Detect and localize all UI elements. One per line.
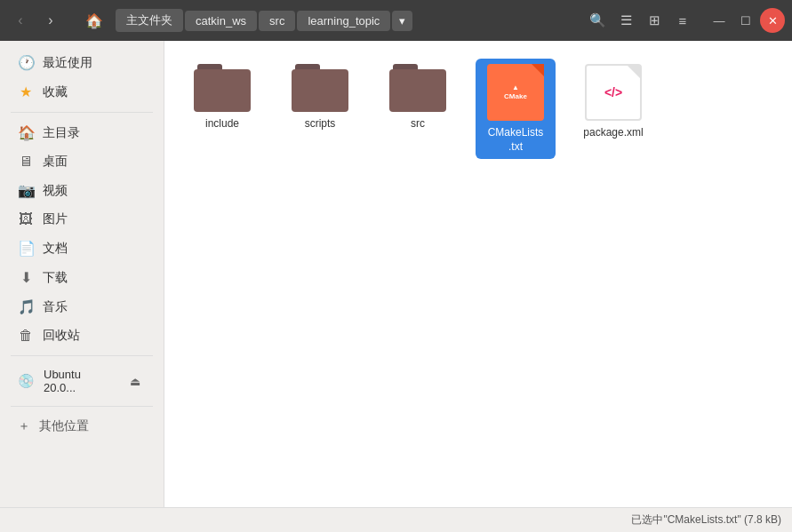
sidebar-add-location[interactable]: ＋ 其他位置: [4, 412, 160, 441]
sidebar-item-documents[interactable]: 📄 文档: [4, 234, 160, 263]
sidebar-item-downloads[interactable]: ⬇ 下载: [4, 263, 160, 292]
titlebar: ‹ › 🏠 主文件夹 catkin_ws src learning_topic …: [0, 0, 792, 41]
maximize-icon: ☐: [740, 14, 751, 28]
sidebar-divider-3: [11, 406, 153, 407]
folder-icon-scripts: [292, 64, 348, 112]
more-options-button[interactable]: ≡: [669, 7, 696, 34]
search-icon: 🔍: [589, 12, 606, 28]
sidebar-item-music[interactable]: 🎵 音乐: [4, 292, 160, 322]
music-icon: 🎵: [18, 298, 34, 315]
file-label-src: src: [411, 117, 425, 131]
list-item[interactable]: include: [182, 59, 262, 159]
nav-back-button[interactable]: ‹: [7, 7, 34, 34]
back-icon: ‹: [18, 12, 22, 28]
folder-icon-include: [194, 64, 251, 112]
sidebar-item-video[interactable]: 📷 视频: [4, 176, 160, 205]
nav-forward-button[interactable]: ›: [37, 7, 64, 34]
sidebar-item-trash[interactable]: 🗑 回收站: [4, 322, 160, 350]
sidebar-label-other: 其他位置: [39, 418, 89, 434]
desktop-icon: 🖥: [18, 154, 34, 170]
search-button[interactable]: 🔍: [584, 7, 611, 34]
sidebar-label-desktop: 桌面: [43, 154, 68, 170]
sidebar-device-ubuntu[interactable]: 💿 Ubuntu 20.0... ⏏: [4, 361, 160, 401]
eject-button[interactable]: ⏏: [124, 370, 146, 392]
sidebar-label-downloads: 下载: [43, 270, 68, 286]
close-icon: ✕: [768, 14, 778, 28]
list-view-icon: ☰: [620, 12, 632, 28]
minimize-icon: —: [714, 14, 725, 28]
list-item[interactable]: src: [378, 59, 458, 159]
sidebar-label-video: 视频: [43, 183, 68, 199]
sidebar: 🕐 最近使用 ★ 收藏 🏠 主目录 🖥 桌面 📷 视频 🖼 图片 📄 文档: [0, 41, 164, 507]
sidebar-label-home: 主目录: [43, 125, 80, 141]
breadcrumb-item-learning[interactable]: learning_topic: [297, 11, 390, 31]
file-area: include scripts src: [164, 41, 792, 507]
forward-icon: ›: [48, 12, 52, 28]
cmake-file-icon: ▲CMake: [487, 64, 544, 121]
grid-view-icon: ⊞: [649, 12, 660, 28]
file-label-cmake: CMakeLists.txt: [488, 126, 544, 154]
recent-icon: 🕐: [18, 54, 34, 71]
sidebar-label-ubuntu: Ubuntu 20.0...: [44, 368, 116, 394]
xml-file-icon: </>: [585, 64, 642, 121]
sidebar-item-desktop[interactable]: 🖥 桌面: [4, 147, 160, 176]
sidebar-label-bookmarks: 收藏: [43, 84, 68, 100]
sidebar-item-bookmarks[interactable]: ★ 收藏: [4, 77, 160, 107]
star-icon: ★: [18, 83, 34, 100]
folder-icon-src: [389, 64, 446, 112]
file-label-scripts: scripts: [305, 117, 336, 131]
status-text: 已选中"CMakeLists.txt" (7.8 kB): [631, 512, 781, 528]
add-icon: ＋: [18, 418, 30, 434]
downloads-icon: ⬇: [18, 269, 34, 286]
window-controls: — ☐ ✕: [707, 8, 785, 33]
pictures-icon: 🖼: [18, 211, 34, 227]
sidebar-item-recent[interactable]: 🕐 最近使用: [4, 48, 160, 77]
documents-icon: 📄: [18, 240, 34, 257]
eject-icon: ⏏: [130, 375, 140, 388]
file-label-packagexml: package.xml: [583, 126, 643, 140]
sidebar-label-trash: 回收站: [43, 328, 80, 344]
titlebar-actions: 🔍 ☰ ⊞ ≡: [584, 7, 696, 34]
breadcrumb-item-src[interactable]: src: [259, 11, 295, 31]
sidebar-divider-2: [11, 355, 153, 356]
sidebar-label-documents: 文档: [43, 241, 68, 257]
sidebar-label-music: 音乐: [43, 299, 68, 315]
ubuntu-device-icon: 💿: [18, 373, 35, 389]
breadcrumb: 🏠 主文件夹 catkin_ws src learning_topic ▾: [75, 9, 573, 33]
trash-icon: 🗑: [18, 328, 34, 344]
sidebar-item-home[interactable]: 🏠 主目录: [4, 118, 160, 147]
file-label-include: include: [205, 117, 239, 131]
breadcrumb-home[interactable]: 🏠: [75, 9, 114, 33]
view-list-button[interactable]: ☰: [612, 7, 639, 34]
breadcrumb-item-catkin[interactable]: catkin_ws: [185, 11, 257, 31]
sidebar-label-recent: 最近使用: [43, 55, 92, 71]
hamburger-icon: ≡: [679, 13, 687, 28]
home-folder-icon: 🏠: [18, 124, 34, 141]
file-grid: include scripts src: [182, 59, 774, 159]
close-button[interactable]: ✕: [760, 8, 785, 33]
sidebar-label-pictures: 图片: [43, 211, 68, 227]
video-icon: 📷: [18, 182, 34, 199]
list-item[interactable]: ▲CMake CMakeLists.txt: [476, 59, 556, 159]
list-item[interactable]: scripts: [280, 59, 360, 159]
breadcrumb-dropdown-button[interactable]: ▾: [392, 11, 412, 31]
maximize-button[interactable]: ☐: [733, 8, 758, 33]
xml-icon-text: </>: [604, 85, 622, 99]
statusbar: 已选中"CMakeLists.txt" (7.8 kB): [0, 507, 792, 532]
list-item[interactable]: </> package.xml: [573, 59, 653, 159]
breadcrumb-item-homedir[interactable]: 主文件夹: [116, 9, 183, 32]
sidebar-item-pictures[interactable]: 🖼 图片: [4, 205, 160, 234]
home-icon: 🏠: [85, 12, 103, 29]
cmake-icon-text: ▲CMake: [504, 83, 527, 100]
sidebar-divider-1: [11, 112, 153, 113]
main-area: 🕐 最近使用 ★ 收藏 🏠 主目录 🖥 桌面 📷 视频 🖼 图片 📄 文档: [0, 41, 792, 507]
view-toggle-button[interactable]: ⊞: [641, 7, 668, 34]
minimize-button[interactable]: —: [707, 8, 732, 33]
